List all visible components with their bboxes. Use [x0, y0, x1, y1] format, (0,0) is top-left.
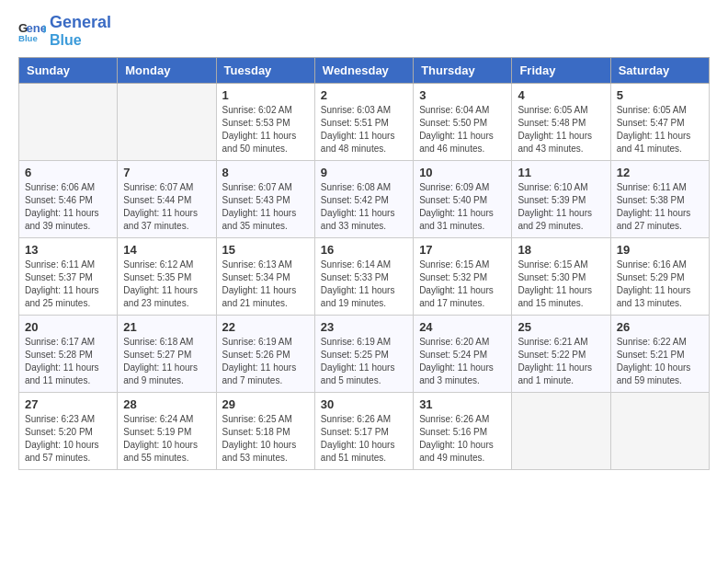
weekday-header-monday: Monday — [118, 58, 216, 84]
day-info: Sunrise: 6:04 AMSunset: 5:50 PMDaylight:… — [419, 104, 506, 155]
day-number: 6 — [25, 166, 111, 179]
day-number: 4 — [518, 88, 604, 102]
day-number: 2 — [321, 88, 407, 102]
day-info: Sunrise: 6:18 AMSunset: 5:27 PMDaylight:… — [123, 336, 210, 387]
day-info: Sunrise: 6:26 AMSunset: 5:17 PMDaylight:… — [321, 413, 407, 465]
weekday-header-thursday: Thursday — [414, 58, 512, 84]
day-number: 26 — [617, 320, 703, 334]
day-number: 27 — [25, 397, 111, 411]
day-number: 11 — [518, 166, 604, 179]
day-number: 30 — [321, 397, 407, 411]
calendar-cell: 21Sunrise: 6:18 AMSunset: 5:27 PMDayligh… — [118, 316, 216, 393]
day-number: 7 — [123, 166, 210, 179]
calendar-cell: 29Sunrise: 6:25 AMSunset: 5:18 PMDayligh… — [216, 393, 314, 470]
day-info: Sunrise: 6:15 AMSunset: 5:30 PMDaylight:… — [518, 259, 604, 310]
day-info: Sunrise: 6:13 AMSunset: 5:34 PMDaylight:… — [222, 259, 309, 310]
calendar-cell: 30Sunrise: 6:26 AMSunset: 5:17 PMDayligh… — [314, 393, 413, 470]
day-number: 28 — [123, 397, 210, 411]
day-number: 8 — [222, 166, 309, 179]
day-number: 29 — [222, 397, 309, 411]
calendar-cell: 9Sunrise: 6:08 AMSunset: 5:42 PMDaylight… — [314, 161, 413, 238]
day-info: Sunrise: 6:03 AMSunset: 5:51 PMDaylight:… — [321, 104, 407, 155]
day-info: Sunrise: 6:12 AMSunset: 5:35 PMDaylight:… — [123, 259, 210, 310]
weekday-header-saturday: Saturday — [610, 58, 709, 84]
calendar-cell: 8Sunrise: 6:07 AMSunset: 5:43 PMDaylight… — [216, 161, 314, 238]
weekday-header-friday: Friday — [512, 58, 610, 84]
day-number: 5 — [617, 88, 703, 102]
day-number: 1 — [222, 88, 309, 102]
day-info: Sunrise: 6:11 AMSunset: 5:37 PMDaylight:… — [25, 259, 111, 310]
day-info: Sunrise: 6:06 AMSunset: 5:46 PMDaylight:… — [25, 181, 111, 233]
calendar-cell: 19Sunrise: 6:16 AMSunset: 5:29 PMDayligh… — [610, 238, 709, 316]
calendar-cell — [512, 393, 610, 470]
logo: G eneral Blue General Blue — [18, 14, 111, 48]
day-number: 19 — [617, 243, 703, 257]
calendar-cell: 28Sunrise: 6:24 AMSunset: 5:19 PMDayligh… — [118, 393, 216, 470]
day-info: Sunrise: 6:08 AMSunset: 5:42 PMDaylight:… — [321, 181, 407, 233]
calendar-cell: 18Sunrise: 6:15 AMSunset: 5:30 PMDayligh… — [512, 238, 610, 316]
day-info: Sunrise: 6:10 AMSunset: 5:39 PMDaylight:… — [518, 181, 604, 233]
day-number: 21 — [123, 320, 210, 334]
day-info: Sunrise: 6:14 AMSunset: 5:33 PMDaylight:… — [321, 259, 407, 310]
calendar-cell: 17Sunrise: 6:15 AMSunset: 5:32 PMDayligh… — [414, 238, 512, 316]
day-number: 13 — [25, 243, 111, 257]
calendar-cell — [610, 393, 709, 470]
svg-text:Blue: Blue — [18, 32, 38, 42]
day-number: 10 — [419, 166, 506, 179]
weekday-header-wednesday: Wednesday — [314, 58, 413, 84]
calendar-cell: 1Sunrise: 6:02 AMSunset: 5:53 PMDaylight… — [216, 84, 314, 161]
calendar-cell: 2Sunrise: 6:03 AMSunset: 5:51 PMDaylight… — [314, 84, 413, 161]
day-info: Sunrise: 6:22 AMSunset: 5:21 PMDaylight:… — [617, 336, 703, 387]
logo-line2: Blue — [50, 32, 111, 49]
day-info: Sunrise: 6:24 AMSunset: 5:19 PMDaylight:… — [123, 413, 210, 465]
calendar-cell: 31Sunrise: 6:26 AMSunset: 5:16 PMDayligh… — [414, 393, 512, 470]
day-number: 9 — [321, 166, 407, 179]
calendar-cell: 3Sunrise: 6:04 AMSunset: 5:50 PMDaylight… — [414, 84, 512, 161]
day-info: Sunrise: 6:17 AMSunset: 5:28 PMDaylight:… — [25, 336, 111, 387]
day-info: Sunrise: 6:19 AMSunset: 5:26 PMDaylight:… — [222, 336, 309, 387]
day-info: Sunrise: 6:05 AMSunset: 5:47 PMDaylight:… — [617, 104, 703, 155]
day-info: Sunrise: 6:16 AMSunset: 5:29 PMDaylight:… — [617, 259, 703, 310]
calendar-cell: 14Sunrise: 6:12 AMSunset: 5:35 PMDayligh… — [118, 238, 216, 316]
calendar-cell: 12Sunrise: 6:11 AMSunset: 5:38 PMDayligh… — [610, 161, 709, 238]
day-number: 23 — [321, 320, 407, 334]
day-number: 15 — [222, 243, 309, 257]
day-info: Sunrise: 6:19 AMSunset: 5:25 PMDaylight:… — [321, 336, 407, 387]
day-number: 18 — [518, 243, 604, 257]
calendar-cell — [118, 84, 216, 161]
day-info: Sunrise: 6:11 AMSunset: 5:38 PMDaylight:… — [617, 181, 703, 233]
calendar-cell: 11Sunrise: 6:10 AMSunset: 5:39 PMDayligh… — [512, 161, 610, 238]
day-info: Sunrise: 6:07 AMSunset: 5:44 PMDaylight:… — [123, 181, 210, 233]
calendar-cell — [19, 84, 118, 161]
calendar-cell: 23Sunrise: 6:19 AMSunset: 5:25 PMDayligh… — [314, 316, 413, 393]
day-number: 16 — [321, 243, 407, 257]
day-number: 14 — [123, 243, 210, 257]
day-info: Sunrise: 6:20 AMSunset: 5:24 PMDaylight:… — [419, 336, 506, 387]
day-info: Sunrise: 6:07 AMSunset: 5:43 PMDaylight:… — [222, 181, 309, 233]
calendar-cell: 10Sunrise: 6:09 AMSunset: 5:40 PMDayligh… — [414, 161, 512, 238]
calendar-cell: 27Sunrise: 6:23 AMSunset: 5:20 PMDayligh… — [19, 393, 118, 470]
calendar-cell: 22Sunrise: 6:19 AMSunset: 5:26 PMDayligh… — [216, 316, 314, 393]
calendar-cell: 5Sunrise: 6:05 AMSunset: 5:47 PMDaylight… — [610, 84, 709, 161]
calendar: SundayMondayTuesdayWednesdayThursdayFrid… — [18, 57, 710, 470]
day-number: 22 — [222, 320, 309, 334]
weekday-header-sunday: Sunday — [19, 58, 118, 84]
calendar-cell: 4Sunrise: 6:05 AMSunset: 5:48 PMDaylight… — [512, 84, 610, 161]
calendar-cell: 20Sunrise: 6:17 AMSunset: 5:28 PMDayligh… — [19, 316, 118, 393]
day-info: Sunrise: 6:02 AMSunset: 5:53 PMDaylight:… — [222, 104, 309, 155]
day-info: Sunrise: 6:09 AMSunset: 5:40 PMDaylight:… — [419, 181, 506, 233]
day-info: Sunrise: 6:26 AMSunset: 5:16 PMDaylight:… — [419, 413, 506, 465]
day-number: 24 — [419, 320, 506, 334]
logo-line1: General — [50, 14, 111, 32]
day-info: Sunrise: 6:21 AMSunset: 5:22 PMDaylight:… — [518, 336, 604, 387]
calendar-cell: 25Sunrise: 6:21 AMSunset: 5:22 PMDayligh… — [512, 316, 610, 393]
day-number: 31 — [419, 397, 506, 411]
day-number: 3 — [419, 88, 506, 102]
day-info: Sunrise: 6:05 AMSunset: 5:48 PMDaylight:… — [518, 104, 604, 155]
calendar-cell: 16Sunrise: 6:14 AMSunset: 5:33 PMDayligh… — [314, 238, 413, 316]
calendar-cell: 6Sunrise: 6:06 AMSunset: 5:46 PMDaylight… — [19, 161, 118, 238]
day-number: 17 — [419, 243, 506, 257]
calendar-cell: 26Sunrise: 6:22 AMSunset: 5:21 PMDayligh… — [610, 316, 709, 393]
calendar-cell: 7Sunrise: 6:07 AMSunset: 5:44 PMDaylight… — [118, 161, 216, 238]
day-info: Sunrise: 6:25 AMSunset: 5:18 PMDaylight:… — [222, 413, 309, 465]
